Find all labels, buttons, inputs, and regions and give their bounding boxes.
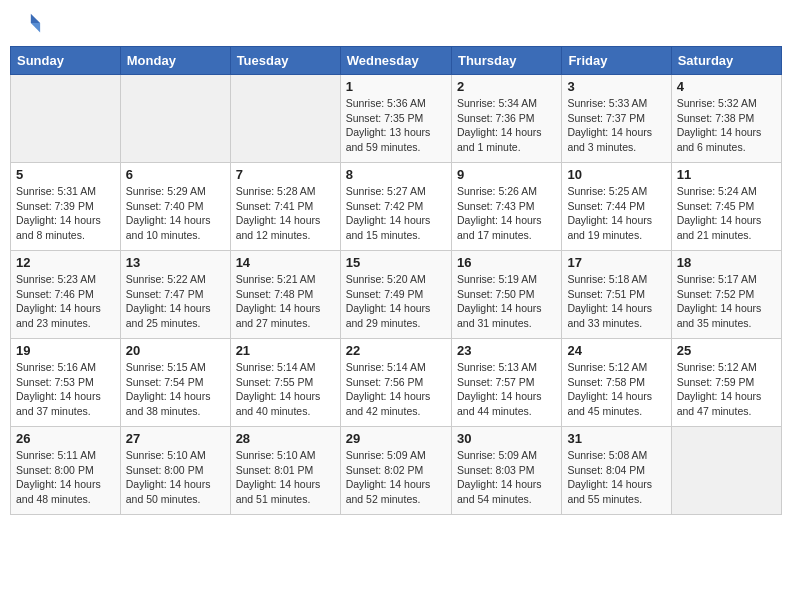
day-number: 25 [677,343,776,358]
day-info: Sunrise: 5:28 AMSunset: 7:41 PMDaylight:… [236,184,335,243]
day-info: Sunrise: 5:16 AMSunset: 7:53 PMDaylight:… [16,360,115,419]
calendar-cell: 4Sunrise: 5:32 AMSunset: 7:38 PMDaylight… [671,75,781,163]
calendar-cell: 10Sunrise: 5:25 AMSunset: 7:44 PMDayligh… [562,163,671,251]
calendar-cell: 24Sunrise: 5:12 AMSunset: 7:58 PMDayligh… [562,339,671,427]
day-number: 30 [457,431,556,446]
calendar-cell: 13Sunrise: 5:22 AMSunset: 7:47 PMDayligh… [120,251,230,339]
day-info: Sunrise: 5:34 AMSunset: 7:36 PMDaylight:… [457,96,556,155]
day-info: Sunrise: 5:36 AMSunset: 7:35 PMDaylight:… [346,96,446,155]
day-of-week-header: Saturday [671,47,781,75]
day-number: 2 [457,79,556,94]
day-number: 21 [236,343,335,358]
svg-marker-0 [31,14,40,23]
day-of-week-header: Thursday [451,47,561,75]
day-number: 18 [677,255,776,270]
day-info: Sunrise: 5:13 AMSunset: 7:57 PMDaylight:… [457,360,556,419]
calendar-cell [120,75,230,163]
day-of-week-header: Friday [562,47,671,75]
day-number: 7 [236,167,335,182]
day-number: 6 [126,167,225,182]
calendar-cell: 25Sunrise: 5:12 AMSunset: 7:59 PMDayligh… [671,339,781,427]
day-number: 11 [677,167,776,182]
day-info: Sunrise: 5:09 AMSunset: 8:03 PMDaylight:… [457,448,556,507]
day-number: 9 [457,167,556,182]
calendar-cell: 11Sunrise: 5:24 AMSunset: 7:45 PMDayligh… [671,163,781,251]
day-number: 19 [16,343,115,358]
calendar-table: SundayMondayTuesdayWednesdayThursdayFrid… [10,46,782,515]
day-info: Sunrise: 5:17 AMSunset: 7:52 PMDaylight:… [677,272,776,331]
svg-marker-1 [31,23,40,32]
day-number: 17 [567,255,665,270]
day-number: 3 [567,79,665,94]
day-number: 13 [126,255,225,270]
day-info: Sunrise: 5:10 AMSunset: 8:01 PMDaylight:… [236,448,335,507]
calendar-cell: 30Sunrise: 5:09 AMSunset: 8:03 PMDayligh… [451,427,561,515]
day-info: Sunrise: 5:33 AMSunset: 7:37 PMDaylight:… [567,96,665,155]
day-number: 15 [346,255,446,270]
day-of-week-header: Sunday [11,47,121,75]
day-info: Sunrise: 5:29 AMSunset: 7:40 PMDaylight:… [126,184,225,243]
day-number: 14 [236,255,335,270]
day-number: 5 [16,167,115,182]
calendar-cell: 28Sunrise: 5:10 AMSunset: 8:01 PMDayligh… [230,427,340,515]
day-of-week-header: Wednesday [340,47,451,75]
calendar-cell [11,75,121,163]
calendar-cell: 7Sunrise: 5:28 AMSunset: 7:41 PMDaylight… [230,163,340,251]
day-of-week-header: Tuesday [230,47,340,75]
day-number: 1 [346,79,446,94]
calendar-cell: 2Sunrise: 5:34 AMSunset: 7:36 PMDaylight… [451,75,561,163]
calendar-cell [671,427,781,515]
calendar-cell: 22Sunrise: 5:14 AMSunset: 7:56 PMDayligh… [340,339,451,427]
day-number: 22 [346,343,446,358]
calendar-cell: 3Sunrise: 5:33 AMSunset: 7:37 PMDaylight… [562,75,671,163]
day-number: 24 [567,343,665,358]
day-info: Sunrise: 5:11 AMSunset: 8:00 PMDaylight:… [16,448,115,507]
day-info: Sunrise: 5:20 AMSunset: 7:49 PMDaylight:… [346,272,446,331]
day-number: 4 [677,79,776,94]
day-number: 20 [126,343,225,358]
day-number: 8 [346,167,446,182]
calendar-cell: 19Sunrise: 5:16 AMSunset: 7:53 PMDayligh… [11,339,121,427]
day-info: Sunrise: 5:22 AMSunset: 7:47 PMDaylight:… [126,272,225,331]
calendar-cell: 12Sunrise: 5:23 AMSunset: 7:46 PMDayligh… [11,251,121,339]
day-info: Sunrise: 5:10 AMSunset: 8:00 PMDaylight:… [126,448,225,507]
calendar-cell: 9Sunrise: 5:26 AMSunset: 7:43 PMDaylight… [451,163,561,251]
day-info: Sunrise: 5:24 AMSunset: 7:45 PMDaylight:… [677,184,776,243]
day-info: Sunrise: 5:12 AMSunset: 7:59 PMDaylight:… [677,360,776,419]
page-header [10,10,782,38]
day-info: Sunrise: 5:14 AMSunset: 7:56 PMDaylight:… [346,360,446,419]
calendar-cell: 14Sunrise: 5:21 AMSunset: 7:48 PMDayligh… [230,251,340,339]
logo [14,10,44,38]
day-info: Sunrise: 5:09 AMSunset: 8:02 PMDaylight:… [346,448,446,507]
calendar-cell: 29Sunrise: 5:09 AMSunset: 8:02 PMDayligh… [340,427,451,515]
day-info: Sunrise: 5:23 AMSunset: 7:46 PMDaylight:… [16,272,115,331]
calendar-cell: 5Sunrise: 5:31 AMSunset: 7:39 PMDaylight… [11,163,121,251]
day-info: Sunrise: 5:21 AMSunset: 7:48 PMDaylight:… [236,272,335,331]
calendar-cell: 26Sunrise: 5:11 AMSunset: 8:00 PMDayligh… [11,427,121,515]
calendar-cell: 20Sunrise: 5:15 AMSunset: 7:54 PMDayligh… [120,339,230,427]
calendar-cell [230,75,340,163]
calendar-cell: 23Sunrise: 5:13 AMSunset: 7:57 PMDayligh… [451,339,561,427]
day-number: 23 [457,343,556,358]
day-info: Sunrise: 5:14 AMSunset: 7:55 PMDaylight:… [236,360,335,419]
day-info: Sunrise: 5:12 AMSunset: 7:58 PMDaylight:… [567,360,665,419]
calendar-cell: 6Sunrise: 5:29 AMSunset: 7:40 PMDaylight… [120,163,230,251]
day-info: Sunrise: 5:08 AMSunset: 8:04 PMDaylight:… [567,448,665,507]
day-info: Sunrise: 5:26 AMSunset: 7:43 PMDaylight:… [457,184,556,243]
day-info: Sunrise: 5:31 AMSunset: 7:39 PMDaylight:… [16,184,115,243]
day-number: 29 [346,431,446,446]
day-info: Sunrise: 5:18 AMSunset: 7:51 PMDaylight:… [567,272,665,331]
day-number: 16 [457,255,556,270]
calendar-cell: 18Sunrise: 5:17 AMSunset: 7:52 PMDayligh… [671,251,781,339]
calendar-cell: 27Sunrise: 5:10 AMSunset: 8:00 PMDayligh… [120,427,230,515]
day-of-week-header: Monday [120,47,230,75]
day-info: Sunrise: 5:19 AMSunset: 7:50 PMDaylight:… [457,272,556,331]
day-number: 27 [126,431,225,446]
day-number: 28 [236,431,335,446]
calendar-cell: 17Sunrise: 5:18 AMSunset: 7:51 PMDayligh… [562,251,671,339]
day-info: Sunrise: 5:25 AMSunset: 7:44 PMDaylight:… [567,184,665,243]
calendar-cell: 16Sunrise: 5:19 AMSunset: 7:50 PMDayligh… [451,251,561,339]
day-number: 12 [16,255,115,270]
logo-icon [14,10,42,38]
day-info: Sunrise: 5:15 AMSunset: 7:54 PMDaylight:… [126,360,225,419]
